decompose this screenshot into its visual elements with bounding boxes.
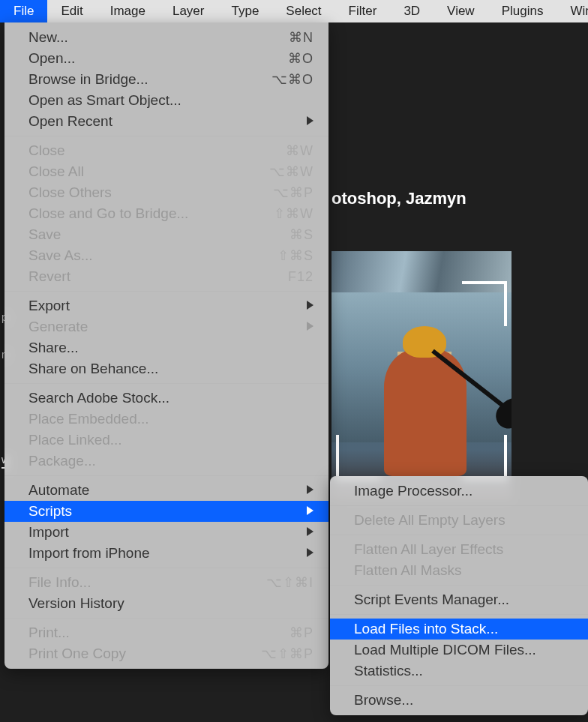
menu-separator bbox=[330, 685, 588, 686]
submenu-arrow-icon bbox=[307, 322, 314, 333]
menubar-item-filter[interactable]: Filter bbox=[335, 0, 391, 22]
menu-item-shortcut: ⌘P bbox=[290, 625, 314, 641]
menu-item-shortcut: ⇧⌘W bbox=[274, 205, 314, 222]
menubar-item-image[interactable]: Image bbox=[97, 0, 159, 22]
menu-separator bbox=[4, 618, 328, 619]
menu-item-label: Close Others bbox=[28, 184, 260, 201]
scripts-submenu: Image Processor...Delete All Empty Layer… bbox=[330, 476, 588, 715]
submenu-arrow-icon bbox=[307, 116, 314, 127]
menu-item-export[interactable]: Export bbox=[4, 295, 328, 316]
menu-item-import[interactable]: Import bbox=[4, 522, 328, 543]
menu-item-save-as: Save As...⇧⌘S bbox=[4, 245, 328, 266]
menu-item-label: Place Embedded... bbox=[28, 411, 314, 427]
menu-item-shortcut: ⌥⌘P bbox=[273, 184, 314, 201]
menu-item-label: Image Processor... bbox=[354, 483, 573, 499]
menu-item-place-embedded: Place Embedded... bbox=[4, 409, 328, 430]
menu-item-label: Export bbox=[28, 298, 307, 314]
menu-item-label: Browse in Bridge... bbox=[28, 71, 258, 88]
menu-item-browse[interactable]: Browse... bbox=[330, 690, 588, 711]
menu-item-share-on-behance[interactable]: Share on Behance... bbox=[4, 358, 328, 379]
menu-item-new[interactable]: New...⌘N bbox=[4, 27, 328, 48]
menu-item-label: Browse... bbox=[354, 692, 573, 709]
menubar-item-edit[interactable]: Edit bbox=[47, 0, 96, 22]
image-decoration bbox=[332, 251, 512, 292]
menu-item-label: Search Adobe Stock... bbox=[28, 390, 314, 406]
menu-item-shortcut: ⌘W bbox=[286, 142, 314, 159]
menu-item-open-as-smart-object[interactable]: Open as Smart Object... bbox=[4, 90, 328, 111]
menu-item-import-from-iphone[interactable]: Import from iPhone bbox=[4, 543, 328, 564]
menu-separator bbox=[4, 136, 328, 136]
menu-item-shortcut: ⌥⌘O bbox=[272, 71, 314, 88]
menu-item-load-files-into-stack[interactable]: Load Files into Stack... bbox=[330, 619, 588, 640]
menu-item-shortcut: F12 bbox=[288, 269, 314, 285]
menu-item-browse-in-bridge[interactable]: Browse in Bridge...⌥⌘O bbox=[4, 69, 328, 90]
menu-item-label: New... bbox=[28, 29, 275, 46]
menu-item-flatten-all-masks: Flatten All Masks bbox=[330, 560, 588, 581]
menu-item-label: Import bbox=[28, 524, 307, 541]
menu-item-label: File Info... bbox=[28, 574, 253, 591]
menu-item-shortcut: ⌘O bbox=[288, 50, 314, 67]
menu-item-shortcut: ⇧⌘S bbox=[278, 247, 314, 264]
menu-item-version-history[interactable]: Version History bbox=[4, 593, 328, 614]
menubar-item-type[interactable]: Type bbox=[218, 0, 272, 22]
menu-item-search-adobe-stock[interactable]: Search Adobe Stock... bbox=[4, 388, 328, 409]
submenu-arrow-icon bbox=[307, 301, 314, 312]
menu-item-label: Save As... bbox=[28, 247, 264, 264]
menu-separator bbox=[4, 291, 328, 292]
menu-item-label: Close bbox=[28, 142, 272, 159]
menu-item-file-info: File Info...⌥⇧⌘I bbox=[4, 572, 328, 593]
menubar-item-plugins[interactable]: Plugins bbox=[488, 0, 557, 22]
menu-item-label: Share... bbox=[28, 340, 314, 356]
menubar-item-window[interactable]: Window bbox=[556, 0, 588, 22]
menu-item-label: Scripts bbox=[28, 503, 307, 520]
submenu-arrow-icon bbox=[307, 527, 314, 538]
menu-item-label: Revert bbox=[28, 268, 274, 285]
submenu-arrow-icon bbox=[307, 485, 314, 496]
menu-item-close-and-go-to-bridge: Close and Go to Bridge...⇧⌘W bbox=[4, 203, 328, 224]
menu-item-image-processor[interactable]: Image Processor... bbox=[330, 481, 588, 502]
menu-item-shortcut: ⌘S bbox=[290, 226, 314, 243]
menu-item-load-multiple-dicom-files[interactable]: Load Multiple DICOM Files... bbox=[330, 640, 588, 661]
menu-item-label: Close and Go to Bridge... bbox=[28, 205, 260, 222]
menubar-item-file[interactable]: File bbox=[0, 0, 47, 22]
menu-item-label: Flatten All Layer Effects bbox=[354, 541, 573, 558]
menubar-item-layer[interactable]: Layer bbox=[159, 0, 218, 22]
menu-item-shortcut: ⌥⇧⌘I bbox=[266, 574, 314, 591]
menu-item-print: Print...⌘P bbox=[4, 622, 328, 643]
menu-item-label: Package... bbox=[28, 453, 314, 469]
menu-item-statistics[interactable]: Statistics... bbox=[330, 661, 588, 682]
menu-separator bbox=[330, 614, 588, 615]
menu-item-share[interactable]: Share... bbox=[4, 337, 328, 358]
submenu-arrow-icon bbox=[307, 506, 314, 517]
menu-item-save: Save⌘S bbox=[4, 224, 328, 245]
home-sample-image[interactable] bbox=[332, 251, 512, 499]
menu-item-revert: RevertF12 bbox=[4, 266, 328, 287]
menu-separator bbox=[330, 535, 588, 535]
menu-item-shortcut: ⌥⌘W bbox=[269, 163, 314, 180]
menu-item-open[interactable]: Open...⌘O bbox=[4, 48, 328, 69]
menu-item-script-events-manager[interactable]: Script Events Manager... bbox=[330, 589, 588, 610]
menubar-item-view[interactable]: View bbox=[434, 0, 488, 22]
menu-item-shortcut: ⌥⇧⌘P bbox=[261, 646, 314, 662]
menu-item-shortcut: ⌘N bbox=[289, 29, 314, 46]
menu-item-close: Close⌘W bbox=[4, 140, 328, 161]
menu-item-scripts[interactable]: Scripts bbox=[4, 501, 328, 522]
menu-item-open-recent[interactable]: Open Recent bbox=[4, 111, 328, 132]
menu-item-delete-all-empty-layers: Delete All Empty Layers bbox=[330, 510, 588, 531]
submenu-arrow-icon bbox=[307, 548, 314, 559]
menubar-item-3d[interactable]: 3D bbox=[390, 0, 434, 22]
menubar: FileEditImageLayerTypeSelectFilter3DView… bbox=[0, 0, 588, 22]
menu-item-label: Print One Copy bbox=[28, 646, 248, 662]
menu-separator bbox=[4, 383, 328, 384]
menu-item-package: Package... bbox=[4, 451, 328, 472]
menu-separator bbox=[4, 475, 328, 476]
menu-item-label: Save bbox=[28, 226, 276, 243]
menu-item-label: Close All bbox=[28, 163, 256, 180]
menu-item-print-one-copy: Print One Copy⌥⇧⌘P bbox=[4, 643, 328, 664]
menu-item-label: Flatten All Masks bbox=[354, 562, 573, 579]
menubar-item-select[interactable]: Select bbox=[272, 0, 334, 22]
menu-item-label: Automate bbox=[28, 482, 307, 499]
welcome-greeting: otoshop, Jazmyn bbox=[332, 189, 466, 208]
menu-item-automate[interactable]: Automate bbox=[4, 480, 328, 501]
menu-item-label: Generate bbox=[28, 319, 307, 335]
